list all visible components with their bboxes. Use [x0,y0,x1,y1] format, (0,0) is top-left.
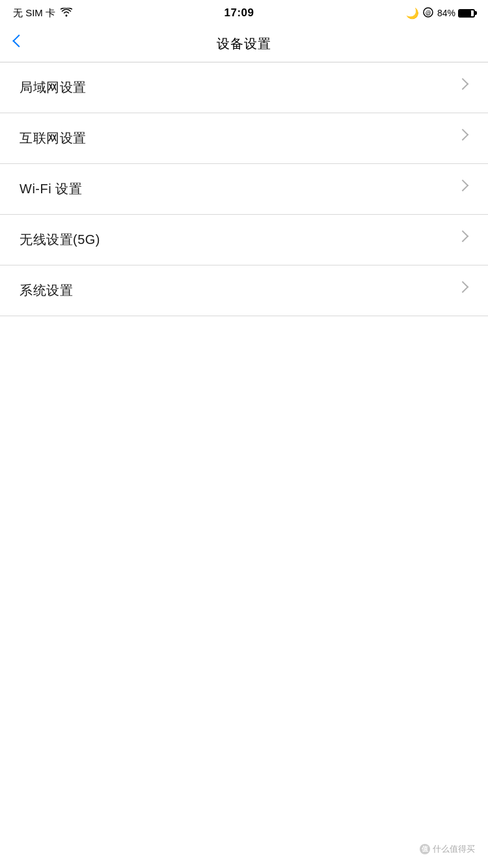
settings-item-system[interactable]: 系统设置 [0,265,488,316]
settings-list: 局域网设置 互联网设置 Wi-Fi 设置 无线设置(5G) 系统设置 [0,62,488,316]
back-button[interactable] [13,38,21,51]
settings-item-internet[interactable]: 互联网设置 [0,113,488,164]
settings-item-wifi[interactable]: Wi-Fi 设置 [0,164,488,215]
battery-percent: 84% [437,8,455,18]
watermark-text: 什么值得买 [433,843,475,855]
battery-icon [458,9,475,18]
chevron-left-icon [13,38,21,51]
lock-icon: @ [423,7,433,20]
watermark: 值 什么值得买 [420,843,475,855]
chevron-right-icon [459,182,468,197]
status-left: 无 SIM 卡 [13,7,72,20]
wifi-icon [61,8,72,19]
nav-bar: 设备设置 [0,26,488,62]
settings-item-label-wifi: Wi-Fi 设置 [20,180,82,198]
chevron-right-icon [459,131,468,146]
status-time: 17:09 [224,7,254,20]
settings-item-label-wireless5g: 无线设置(5G) [20,231,100,249]
settings-item-label-system: 系统设置 [20,282,73,299]
settings-item-label-internet: 互联网设置 [20,129,87,147]
status-bar: 无 SIM 卡 17:09 🌙 @ 84% [0,0,488,26]
settings-item-lan[interactable]: 局域网设置 [0,62,488,113]
chevron-right-icon [459,284,468,298]
carrier-label: 无 SIM 卡 [13,7,55,20]
settings-item-wireless5g[interactable]: 无线设置(5G) [0,215,488,265]
chevron-right-icon [459,233,468,247]
settings-item-label-lan: 局域网设置 [20,79,87,96]
svg-text:@: @ [425,10,431,16]
moon-icon: 🌙 [406,7,419,20]
status-right: 🌙 @ 84% [406,7,475,20]
page-title: 设备设置 [217,35,271,53]
battery-container: 84% [437,8,475,18]
watermark-icon: 值 [420,844,430,854]
chevron-right-icon [459,81,468,95]
